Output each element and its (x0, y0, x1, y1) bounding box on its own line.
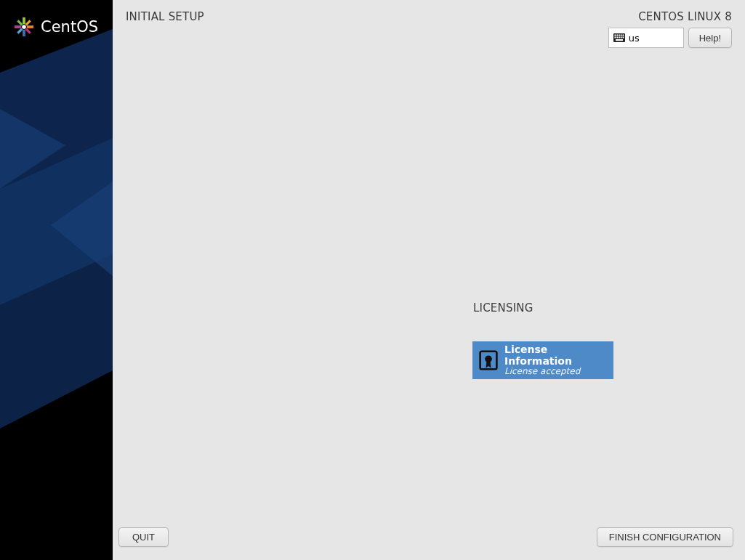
svg-rect-11 (15, 25, 21, 28)
sidebar: CentOS (0, 0, 113, 560)
content-area: LICENSING License Information License ac… (113, 48, 745, 519)
svg-rect-19 (616, 35, 618, 36)
centos-logo-icon (13, 16, 35, 38)
svg-rect-8 (23, 17, 25, 24)
svg-rect-21 (621, 35, 622, 36)
keyboard-icon (613, 33, 625, 42)
spoke-texts: License Information License accepted (504, 344, 608, 377)
svg-rect-15 (17, 20, 23, 25)
keyboard-layout-selector[interactable]: us (608, 28, 684, 48)
svg-rect-10 (23, 30, 25, 36)
footer: QUIT FINISH CONFIGURATION (113, 519, 745, 560)
keyboard-layout-label: us (629, 33, 640, 44)
app-root: CentOS INITIAL SETUP CENTOS LINUX 8 (0, 0, 745, 560)
svg-rect-25 (619, 37, 620, 38)
finish-configuration-button[interactable]: FINISH CONFIGURATION (597, 527, 733, 547)
spoke-title: License Information (504, 344, 608, 367)
svg-rect-28 (616, 39, 623, 41)
svg-rect-18 (614, 35, 616, 36)
header-right: CENTOS LINUX 8 (608, 10, 732, 48)
svg-rect-13 (25, 28, 31, 34)
spoke-status: License accepted (504, 367, 608, 377)
brand-logo: CentOS (13, 16, 98, 38)
svg-rect-22 (623, 35, 624, 36)
svg-rect-20 (619, 35, 620, 36)
svg-rect-9 (27, 25, 33, 28)
svg-rect-23 (614, 37, 616, 38)
header: INITIAL SETUP CENTOS LINUX 8 (113, 0, 745, 48)
license-icon (478, 350, 499, 370)
sidebar-background (0, 0, 113, 560)
quit-button[interactable]: QUIT (118, 527, 169, 547)
help-button[interactable]: Help! (688, 28, 732, 48)
svg-rect-26 (621, 37, 622, 38)
svg-rect-12 (25, 20, 31, 25)
svg-rect-27 (623, 37, 624, 38)
brand-name: CentOS (41, 18, 98, 36)
svg-point-16 (22, 25, 26, 29)
svg-point-30 (485, 355, 492, 362)
svg-rect-24 (616, 37, 618, 38)
page-title: INITIAL SETUP (126, 10, 204, 23)
svg-rect-14 (17, 28, 23, 34)
main-pane: INITIAL SETUP CENTOS LINUX 8 (113, 0, 745, 560)
spoke-license-information[interactable]: License Information License accepted (472, 341, 613, 379)
section-licensing-title: LICENSING (473, 301, 533, 315)
os-name: CENTOS LINUX 8 (608, 10, 732, 23)
